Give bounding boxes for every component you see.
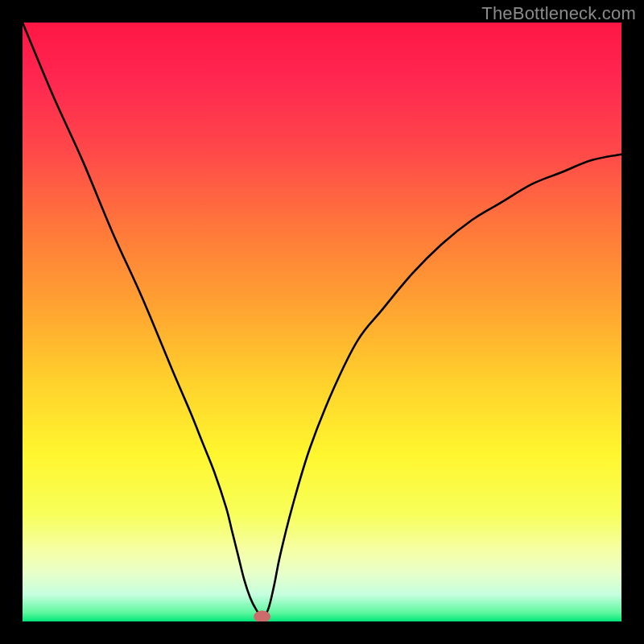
watermark-text: TheBottleneck.com [481,3,636,24]
bottleneck-chart [23,23,621,621]
plot-area [23,23,621,621]
chart-frame: TheBottleneck.com [0,0,644,644]
gradient-background [23,23,621,621]
